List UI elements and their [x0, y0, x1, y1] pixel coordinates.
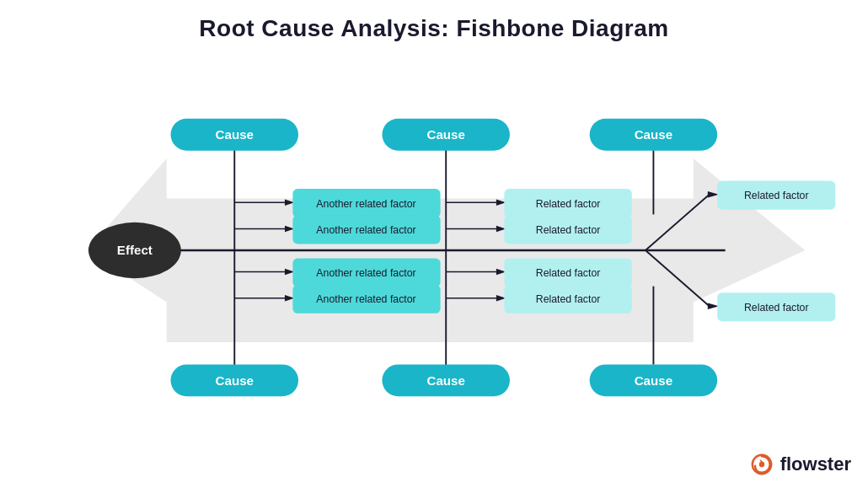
factor-box-mid-bottom-2: Related factor	[504, 285, 632, 314]
factor-box-mid-bottom-1: Related factor	[504, 258, 632, 287]
factor-box-left-top-2: Another related factor	[292, 215, 440, 244]
svg-text:Cause: Cause	[635, 127, 672, 142]
svg-text:Related factor: Related factor	[536, 198, 601, 210]
effect-node: Effect	[88, 223, 181, 278]
cause-pill-bottom-left: Cause	[171, 364, 299, 396]
svg-text:Another related factor: Another related factor	[316, 267, 415, 279]
cause-pill-top-right: Cause	[590, 119, 718, 151]
flowster-logo-icon	[748, 451, 775, 478]
svg-text:Related factor: Related factor	[744, 190, 809, 201]
factor-box-left-bottom-2: Another related factor	[292, 285, 440, 314]
svg-text:Cause: Cause	[426, 373, 464, 388]
factor-box-mid-top-1: Related factor	[504, 189, 632, 217]
svg-text:Another related factor: Another related factor	[316, 198, 415, 210]
svg-text:Cause: Cause	[635, 373, 672, 388]
factor-box-left-top-1: Another related factor	[292, 189, 440, 217]
brand-name-text: flowster	[780, 453, 851, 475]
svg-text:Another related factor: Another related factor	[316, 293, 415, 305]
svg-text:Related factor: Related factor	[536, 293, 601, 305]
page-title: Root Cause Analysis: Fishbone Diagram	[0, 0, 868, 42]
svg-text:Another related factor: Another related factor	[316, 224, 415, 236]
cause-pill-bottom-mid: Cause	[382, 364, 510, 396]
cause-pill-bottom-right: Cause	[590, 364, 718, 396]
factor-box-right-bottom: Related factor	[717, 292, 835, 321]
svg-text:Cause: Cause	[216, 373, 254, 388]
svg-text:Cause: Cause	[216, 127, 254, 142]
svg-text:Related factor: Related factor	[536, 267, 601, 279]
svg-text:Cause: Cause	[426, 127, 464, 142]
svg-text:Related factor: Related factor	[536, 224, 601, 236]
factor-box-left-bottom-1: Another related factor	[292, 258, 440, 287]
svg-text:Effect: Effect	[117, 243, 153, 257]
cause-pill-top-left: Cause	[171, 119, 299, 151]
diagram-container: Cause Cause Another related factor Anoth…	[17, 55, 851, 446]
cause-pill-top-mid: Cause	[382, 119, 510, 151]
factor-box-right-top: Related factor	[717, 181, 835, 210]
factor-box-mid-top-2: Related factor	[504, 215, 632, 244]
svg-text:Related factor: Related factor	[744, 302, 809, 314]
svg-marker-39	[708, 303, 719, 309]
brand: flowster	[748, 451, 851, 478]
